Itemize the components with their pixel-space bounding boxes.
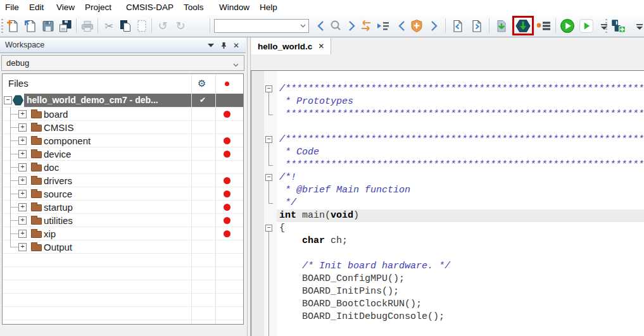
tree-item-device[interactable]: +device [3,147,243,161]
code-line: * @brief Main function [279,184,644,197]
toolbar-options-button[interactable] [631,17,644,34]
find-button[interactable] [327,17,344,34]
fold-marker[interactable]: − [265,174,272,181]
paste-button[interactable] [134,17,150,34]
navigate-forward-button[interactable] [426,17,442,34]
folder-icon [31,151,42,158]
saveall-icon [58,19,72,33]
expand-icon[interactable]: + [18,177,27,185]
debug-run-button[interactable] [578,17,595,34]
grid-line [3,266,243,267]
copy-button[interactable] [117,17,134,34]
gear-icon: ⚙ [198,78,206,89]
download-debug-run-button[interactable] [559,17,576,34]
toolbar-grip[interactable] [1,19,3,33]
redo-button[interactable]: ↻ [172,17,189,34]
expand-icon[interactable]: + [18,243,27,251]
breakpoint-margin[interactable] [251,71,264,336]
expand-icon[interactable]: + [18,110,27,118]
menu-cmsis-dap[interactable]: CMSIS-DAP [126,0,174,15]
cut-button[interactable]: ✂ [101,17,117,34]
new-file-button[interactable] [5,17,22,34]
config-selector[interactable]: debug [1,55,244,71]
chevright-icon [346,20,357,32]
tree-connector [10,167,18,168]
tree-item-label: component [44,134,91,147]
expand-icon[interactable]: + [18,216,27,225]
tree-item-xip[interactable]: +xip [3,227,243,240]
fold-marker[interactable]: − [265,136,272,143]
tree-item-project[interactable]: − hello_world_demo_cm7 - deb... ✔ [3,94,243,107]
expand-icon[interactable]: + [18,163,27,171]
close-panel-icon[interactable]: ✕ [230,38,242,53]
tree-item-source[interactable]: +source [3,187,243,201]
expand-icon[interactable]: + [18,123,27,132]
folder-icon [31,204,42,211]
tree-item-doc[interactable]: +doc [3,161,243,174]
panel-menu-icon[interactable] [205,38,217,53]
menu-window[interactable]: Window [219,0,249,15]
tree-connector [10,127,18,128]
expand-icon[interactable]: + [18,203,27,211]
fold-marker[interactable]: − [265,85,272,92]
save-all-button[interactable] [57,17,73,34]
files-header-row: Files ⚙ [3,74,243,93]
download-button[interactable] [493,17,510,34]
debug-without-downloading-button[interactable] [536,17,552,34]
print-button[interactable] [79,17,96,34]
save-button[interactable] [40,17,56,34]
folder-icon [31,111,42,118]
replace-button[interactable] [358,17,374,34]
toolbar-grip[interactable] [605,19,607,33]
expand-icon[interactable]: + [18,230,27,238]
shield-icon [410,19,424,33]
undo-button[interactable]: ↺ [155,17,171,34]
redo-icon: ↻ [175,19,185,32]
tree-item-output[interactable]: +Output [3,240,243,254]
expand-icon[interactable]: + [18,137,27,145]
tree-item-label: source [44,187,72,201]
menu-edit[interactable]: Edit [29,0,44,15]
tree-item-board[interactable]: +board [3,108,243,121]
go-to-button[interactable] [376,17,392,34]
menu-project[interactable]: Project [85,0,111,15]
menu-file[interactable]: File [5,0,19,15]
new-from-template-button[interactable] [23,17,39,34]
chevleft-icon [396,20,408,32]
tree-item-component[interactable]: +component [3,134,243,147]
previous-document-button[interactable] [450,17,466,34]
menu-help[interactable]: Help [260,0,277,15]
tab-hello-world-c[interactable]: hello_world.c ✕ [251,38,331,54]
tree-item-label: drivers [44,174,72,187]
pin-icon[interactable] [218,38,229,53]
debuglist-icon [536,19,552,33]
fold-line [268,115,273,115]
folder-icon [31,218,42,225]
fold-marker[interactable]: − [265,225,272,232]
code-editor[interactable]: /***************************************… [251,70,644,336]
menu-view[interactable]: View [56,0,75,15]
tree-item-utilities[interactable]: +utilities [3,214,243,227]
bookmark-button[interactable] [408,17,425,34]
goto-icon [376,19,391,33]
grid-line [3,293,243,294]
multicore-debug-button[interactable] [610,17,626,34]
project-name: hello_world_demo_cm7 - deb... [27,94,158,107]
collapse-icon[interactable]: − [4,96,12,104]
expand-icon[interactable]: + [18,190,27,198]
tree-item-startup[interactable]: +startup [3,201,243,214]
tree-item-drivers[interactable]: +drivers [3,174,243,187]
toolbar-separator [555,18,556,33]
code-content[interactable]: /***************************************… [277,71,644,336]
tree-connector [10,140,18,141]
close-tab-icon[interactable]: ✕ [318,42,324,51]
folder-icon [31,231,42,238]
print-icon [80,19,94,33]
next-document-button[interactable] [469,17,485,34]
tree-item-cmsis[interactable]: +CMSIS [3,121,243,134]
active-check-icon: ✔ [198,94,208,107]
expand-icon[interactable]: + [18,150,27,158]
find-combobox[interactable] [214,19,309,33]
column-divider [215,74,216,324]
menu-tools[interactable]: Tools [184,0,204,15]
